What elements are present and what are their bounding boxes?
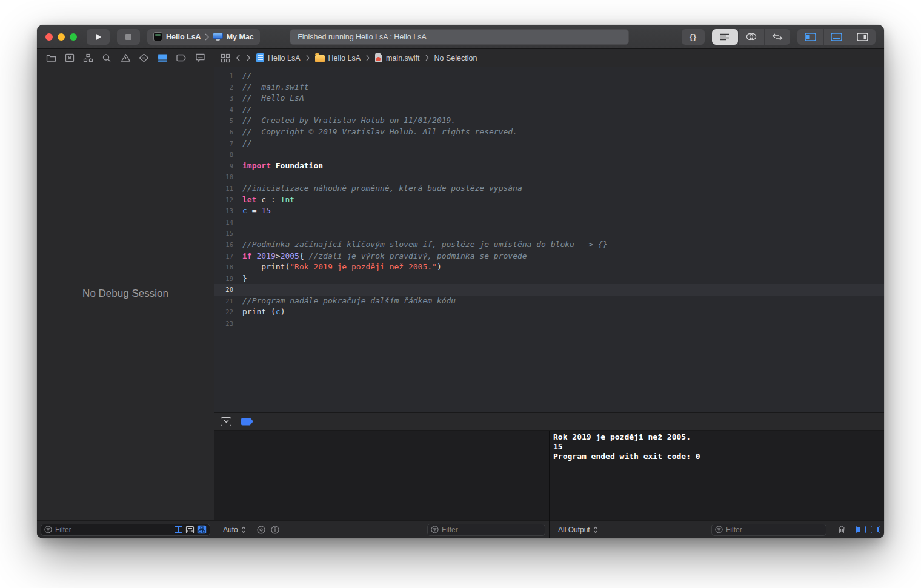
navigator-filter-field[interactable] (41, 524, 210, 536)
code-line-1[interactable]: 1// (214, 70, 884, 82)
breadcrumb-selection[interactable]: No Selection (434, 54, 477, 62)
line-number[interactable]: 10 (214, 171, 242, 183)
line-number[interactable]: 19 (214, 273, 242, 285)
breakpoints-toggle-button[interactable] (241, 418, 253, 426)
zoom-window-button[interactable] (70, 33, 77, 41)
code-line-20[interactable]: 20 (214, 284, 884, 296)
clear-console-button[interactable] (837, 525, 846, 534)
breakpoint-navigator-tab[interactable] (175, 51, 188, 65)
line-source: // Hello LsA (242, 93, 304, 104)
code-line-18[interactable]: 18 print("Rok 2019 je později než 2005."… (214, 262, 884, 273)
navigator-filter-input[interactable] (55, 526, 171, 534)
variables-filter-field[interactable] (427, 524, 545, 536)
line-number[interactable]: 9 (214, 160, 242, 172)
breadcrumb-group[interactable]: Hello LsA (315, 54, 361, 62)
variables-filter-input[interactable] (442, 526, 542, 534)
line-number[interactable]: 18 (214, 262, 242, 273)
inspector-panel-toggle[interactable] (850, 29, 876, 45)
line-number[interactable]: 8 (214, 149, 242, 160)
run-button[interactable] (87, 29, 110, 45)
console-scope-dropdown[interactable]: All Output (553, 526, 598, 534)
hide-debug-area-button[interactable] (221, 417, 231, 426)
line-number[interactable]: 7 (214, 138, 242, 150)
line-number[interactable]: 6 (214, 127, 242, 138)
line-source: // (242, 104, 252, 116)
line-number[interactable]: 16 (214, 239, 242, 251)
code-line-16[interactable]: 16//Podmínka začínající klíčovým slovem … (214, 239, 884, 251)
view-ui-hierarchy-icon[interactable] (197, 525, 207, 534)
line-number[interactable]: 5 (214, 115, 242, 127)
code-line-6[interactable]: 6// Copyright © 2019 Vratislav Holub. Al… (214, 127, 884, 138)
console-filter-field[interactable] (711, 524, 826, 536)
code-line-21[interactable]: 21//Program nadále pokračuje dalším řádk… (214, 296, 884, 307)
assistant-editor-button[interactable] (738, 29, 764, 45)
line-number[interactable]: 2 (214, 82, 242, 93)
code-line-13[interactable]: 13c = 15 (214, 205, 884, 217)
go-forward-button[interactable] (246, 54, 251, 62)
view-process-by-thread-icon[interactable] (174, 526, 183, 534)
info-button[interactable] (271, 526, 279, 534)
code-line-5[interactable]: 5// Created by Vratislav Holub on 11/01/… (214, 115, 884, 127)
line-number[interactable]: 22 (214, 306, 242, 318)
breadcrumb-project[interactable]: Hello LsA (256, 53, 301, 62)
line-number[interactable]: 17 (214, 251, 242, 262)
line-number[interactable]: 3 (214, 93, 242, 104)
code-line-3[interactable]: 3// Hello LsA (214, 93, 884, 104)
line-number[interactable]: 15 (214, 228, 242, 239)
console-scope-label: All Output (558, 526, 590, 534)
source-control-navigator-tab[interactable] (63, 51, 76, 65)
code-line-22[interactable]: 22print (c) (214, 306, 884, 318)
console-output[interactable]: Rok 2019 je později než 2005. 15 Program… (550, 431, 884, 520)
symbol-navigator-tab[interactable] (82, 51, 95, 65)
version-editor-button[interactable] (764, 29, 790, 45)
close-window-button[interactable] (45, 33, 53, 41)
debug-area-toggle[interactable] (823, 29, 850, 45)
related-items-button[interactable] (221, 53, 230, 63)
find-navigator-tab[interactable] (100, 51, 113, 65)
line-number[interactable]: 4 (214, 104, 242, 116)
scheme-selector[interactable]: Hello LsA My Mac (147, 29, 260, 45)
source-editor[interactable]: 1//2// main.swift3// Hello LsA4//5// Cre… (214, 67, 884, 412)
line-number[interactable]: 12 (214, 194, 242, 206)
code-line-19[interactable]: 19} (214, 273, 884, 285)
standard-editor-button[interactable] (712, 29, 738, 45)
line-number[interactable]: 14 (214, 217, 242, 228)
line-number[interactable]: 21 (214, 296, 242, 307)
view-process-by-queue-icon[interactable] (185, 526, 195, 534)
report-navigator-tab[interactable] (193, 51, 207, 65)
test-navigator-tab[interactable] (138, 51, 151, 65)
code-line-7[interactable]: 7// (214, 138, 884, 150)
debug-navigator-tab[interactable] (156, 51, 170, 65)
code-line-2[interactable]: 2// main.swift (214, 82, 884, 93)
variables-scope-dropdown[interactable]: Auto (218, 526, 246, 534)
go-back-button[interactable] (236, 54, 241, 62)
issue-navigator-tab[interactable] (119, 51, 132, 65)
navigator-panel-toggle[interactable] (797, 29, 823, 45)
code-line-15[interactable]: 15 (214, 228, 884, 239)
breadcrumb-file[interactable]: main.swift (375, 53, 420, 62)
variables-view-body[interactable] (214, 431, 549, 520)
code-line-23[interactable]: 23 (214, 318, 884, 329)
code-line-12[interactable]: 12let c : Int (214, 194, 884, 206)
line-number[interactable]: 23 (214, 318, 242, 329)
console-pane-toggle[interactable] (871, 526, 880, 533)
code-line-17[interactable]: 17if 2019>2005{ //zdali je výrok pravdiv… (214, 251, 884, 262)
line-number[interactable]: 11 (214, 183, 242, 194)
line-number[interactable]: 13 (214, 205, 242, 217)
code-line-10[interactable]: 10 (214, 171, 884, 183)
code-line-8[interactable]: 8 (214, 149, 884, 160)
variables-pane-toggle[interactable] (856, 526, 866, 533)
library-button[interactable]: {} (682, 29, 705, 45)
code-line-11[interactable]: 11//inicializace náhodné proměnné, která… (214, 183, 884, 194)
stop-button[interactable] (117, 29, 140, 45)
line-number[interactable]: 20 (214, 284, 242, 296)
code-line-14[interactable]: 14 (214, 217, 884, 228)
debug-area-icon (831, 33, 842, 41)
minimize-window-button[interactable] (58, 33, 65, 41)
code-line-9[interactable]: 9import Foundation (214, 160, 884, 172)
console-filter-input[interactable] (726, 526, 823, 534)
project-navigator-tab[interactable] (44, 51, 58, 65)
line-number[interactable]: 1 (214, 70, 242, 82)
quick-look-button[interactable] (256, 526, 266, 534)
code-line-4[interactable]: 4// (214, 104, 884, 116)
